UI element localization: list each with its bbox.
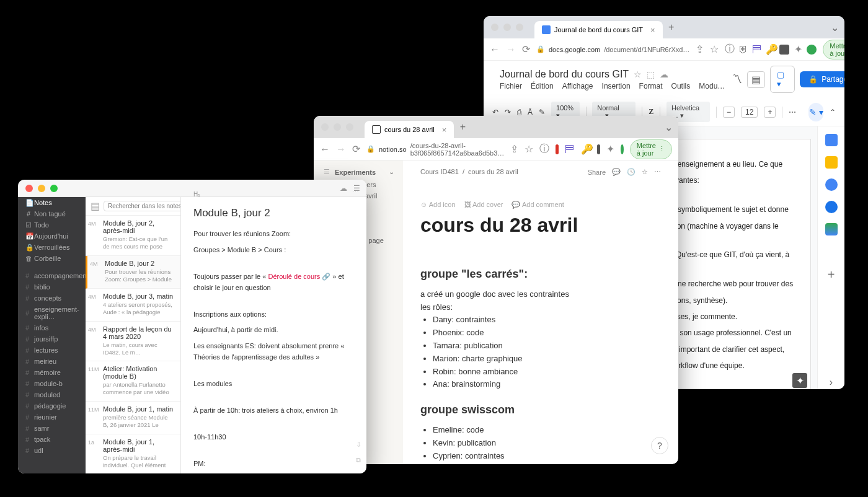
help-button[interactable]: ? <box>651 437 668 454</box>
url-bar[interactable]: 🔒 notion.so/cours-du-28-avril-b3f065f865… <box>366 142 504 157</box>
sidebar-item-todo[interactable]: ☑Todo <box>18 219 86 231</box>
close-window[interactable] <box>321 123 329 131</box>
page-title[interactable]: cours du 28 avril <box>420 214 661 237</box>
close-window[interactable] <box>25 185 33 192</box>
shield-icon[interactable]: ⛨ <box>738 44 748 55</box>
back-icon[interactable]: ← <box>320 144 330 155</box>
window-controls[interactable] <box>18 185 65 192</box>
sidebar-item-notes[interactable]: 📄Notes <box>18 197 86 208</box>
sidebar-tag-moduleb[interactable]: #module-b <box>18 378 86 389</box>
doc-title[interactable]: Journal de bord du cours GIT <box>500 69 629 80</box>
spellcheck-icon[interactable]: Ā <box>528 108 533 117</box>
puzzle-icon[interactable]: ✦ <box>793 43 803 55</box>
updates-icon[interactable]: 🕓 <box>627 168 636 176</box>
explore-button[interactable]: ✦ <box>792 373 807 388</box>
page-content[interactable]: groupe "les carrés": a créé un google do… <box>403 265 678 462</box>
notes-editor[interactable]: ⋯ H₁ Module B, jour 2 Pour trouver les r… <box>181 180 366 473</box>
sidebar-tag-tpack[interactable]: #tpack <box>18 434 86 445</box>
tab-overflow-icon[interactable]: ⌄ <box>831 22 837 33</box>
tasks-app-icon[interactable] <box>825 178 838 191</box>
extension-dark-icon[interactable] <box>597 144 600 154</box>
activity-icon[interactable]: 〽 <box>732 74 742 85</box>
collapse-sidepanel-icon[interactable]: › <box>830 377 833 388</box>
breadcrumb-parent[interactable]: Cours ID481 <box>420 168 459 175</box>
forward-icon[interactable]: → <box>506 44 516 55</box>
font-size-value[interactable]: 12 <box>741 107 758 118</box>
collapse-toolbar-icon[interactable]: ⌃ <box>830 108 836 117</box>
menu-outils[interactable]: Outils <box>671 82 691 90</box>
forward-icon[interactable]: → <box>336 144 346 155</box>
tab-overflow-icon[interactable]: ⌄ <box>665 121 671 133</box>
sidebar-item-aujourdhui[interactable]: 📅Aujourd'hui <box>18 231 86 242</box>
paint-format-icon[interactable]: ✎ <box>539 108 545 117</box>
flag-icon[interactable]: ⛿ <box>752 44 762 55</box>
reload-icon[interactable]: ⟳ <box>522 43 530 55</box>
key-icon[interactable]: 🔑 <box>581 143 591 155</box>
maps-app-icon[interactable] <box>825 223 838 235</box>
minimize-window[interactable] <box>38 185 45 192</box>
sidebar-tag-samr[interactable]: #samr <box>18 423 86 434</box>
menu-edition[interactable]: Édition <box>531 82 554 90</box>
minimize-window[interactable] <box>334 123 341 131</box>
sidebar-tag-mmoire[interactable]: #mémoire <box>18 367 86 378</box>
sidebar-toggle-icon[interactable]: ▤ <box>91 200 100 212</box>
new-tab-button[interactable]: + <box>663 22 680 33</box>
sidebar-tag-accompagnement[interactable]: #accompagnement <box>18 270 86 281</box>
favorite-star-icon[interactable]: ☆ <box>642 168 648 176</box>
more-menu-icon[interactable]: ⋯ <box>654 168 661 176</box>
zotero-icon[interactable]: Z <box>649 107 653 117</box>
note-list-item[interactable]: 11MModule B, jour 1, matinpremière séanc… <box>86 402 180 434</box>
reload-icon[interactable]: ⟳ <box>352 143 360 155</box>
calendar-app-icon[interactable] <box>825 134 838 146</box>
sidebar-tag-meirieu[interactable]: #meirieu <box>18 356 86 367</box>
info-icon[interactable]: ⓘ <box>725 43 735 56</box>
maximize-window[interactable] <box>516 24 523 31</box>
print-icon[interactable]: ⎙ <box>517 108 521 117</box>
comments-icon[interactable]: 💬 <box>612 168 621 176</box>
contacts-app-icon[interactable] <box>825 201 838 213</box>
maximize-window[interactable] <box>346 123 353 131</box>
sidebar-tag-lectures[interactable]: #lectures <box>18 345 86 356</box>
add-icon-button[interactable]: ☺ Add icon <box>420 201 456 209</box>
sidebar-tag-udl[interactable]: #udl <box>18 445 86 456</box>
sidebar-item-verrouilles[interactable]: 🔒Verrouillées <box>18 242 86 253</box>
share-icon[interactable]: ⇪ <box>696 43 704 55</box>
menu-modules[interactable]: Modu… <box>699 82 725 90</box>
add-comment-button[interactable]: 💬 Add comment <box>512 201 564 209</box>
share-button[interactable]: Share <box>588 169 606 176</box>
window-controls[interactable] <box>314 123 361 131</box>
font-size-increase[interactable]: + <box>764 107 776 118</box>
menu-format[interactable]: Format <box>639 82 663 90</box>
key-icon[interactable]: 🔑 <box>766 43 776 55</box>
window-controls[interactable] <box>484 24 531 31</box>
sidebar-tag-biblio[interactable]: #biblio <box>18 281 86 292</box>
sidebar-item-corbeille[interactable]: 🗑Corbeille <box>18 253 86 264</box>
breadcrumb-current[interactable]: cours du 28 avril <box>468 168 518 175</box>
cloud-status-icon[interactable]: ☁ <box>660 69 668 79</box>
note-list-item[interactable]: 4MModule B, jour 2Pour trouver les réuni… <box>86 256 180 289</box>
add-cover-button[interactable]: 🖼 Add cover <box>464 201 503 209</box>
profile-icon[interactable] <box>621 144 624 154</box>
new-tab-button[interactable]: + <box>454 121 471 133</box>
note-link[interactable]: Déroulé de cours 🔗 <box>268 273 330 280</box>
update-browser-button[interactable]: Mettre à jour ⋮ <box>823 40 844 59</box>
url-bar[interactable]: 🔒 docs.google.com/document/d/1NFuR6rXxd… <box>536 45 689 53</box>
share-button[interactable]: 🔒 Partager <box>800 71 844 87</box>
close-tab-icon[interactable]: × <box>442 125 447 134</box>
maximize-window[interactable] <box>50 185 58 192</box>
extension-1-icon[interactable] <box>779 45 789 55</box>
sidebar-tag-moduled[interactable]: #moduled <box>18 389 86 400</box>
more-tools-icon[interactable]: ⋯ <box>789 108 796 117</box>
sidebar-tag-rieunier[interactable]: #rieunier <box>18 411 86 423</box>
profile-icon[interactable] <box>807 45 817 55</box>
redo-icon[interactable]: ↷ <box>505 108 511 117</box>
browser-tab-active[interactable]: Journal de bord du cours GIT × <box>534 21 663 38</box>
close-tab-icon[interactable]: × <box>650 25 655 35</box>
back-icon[interactable]: ← <box>490 44 500 55</box>
bookmark-star-icon[interactable]: ☆ <box>525 143 533 155</box>
menu-affichage[interactable]: Affichage <box>562 82 593 90</box>
update-browser-button[interactable]: Mettre à jour ⋮ <box>630 139 672 159</box>
menu-insertion[interactable]: Insertion <box>602 82 631 90</box>
note-options-icon[interactable]: ⋯ <box>352 187 359 198</box>
font-size-decrease[interactable]: − <box>723 107 735 118</box>
